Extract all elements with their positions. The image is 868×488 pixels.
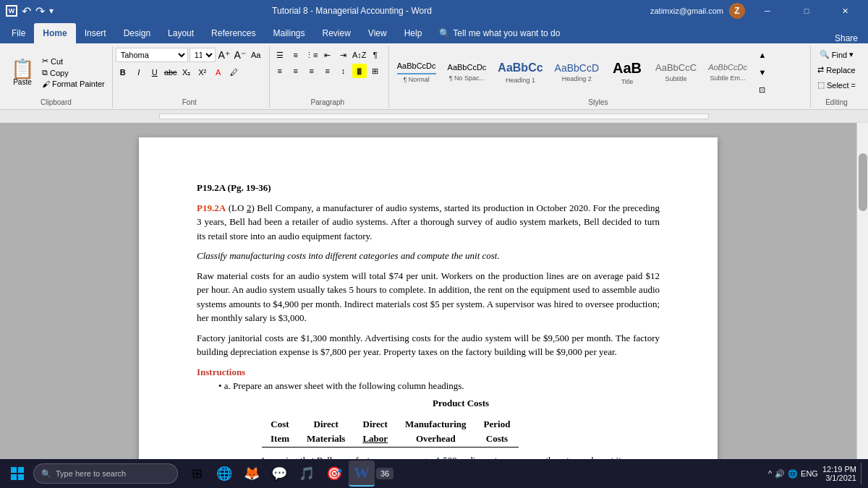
style-no-spacing-preview: AaBbCcDc — [448, 63, 487, 72]
decrease-indent-button[interactable]: ⇤ — [320, 48, 335, 62]
copy-label: Copy — [50, 69, 69, 77]
style-no-spacing[interactable]: AaBbCcDc ¶ No Spac... — [443, 51, 492, 94]
tab-design[interactable]: Design — [115, 23, 159, 43]
restore-button[interactable]: □ — [790, 0, 823, 22]
clear-format-button[interactable]: Aa — [249, 48, 263, 62]
highlight-button[interactable]: 🖊 — [227, 65, 242, 80]
line-spacing-button[interactable]: ↕ — [336, 64, 351, 78]
taskbar-firefox[interactable]: 🦊 — [239, 461, 265, 487]
find-dropdown-icon: ▾ — [849, 50, 854, 59]
scroll-thumb[interactable] — [859, 153, 867, 211]
styles-down-button[interactable]: ▼ — [755, 65, 770, 80]
tray-network[interactable]: 🌐 — [788, 469, 798, 479]
strikethrough-button[interactable]: abc — [163, 65, 178, 80]
bold-button[interactable]: B — [116, 65, 130, 80]
subscript-button[interactable]: X₂ — [179, 65, 194, 80]
superscript-button[interactable]: X² — [195, 65, 210, 80]
find-button[interactable]: 🔍 Find ▾ — [816, 48, 857, 61]
tab-insert[interactable]: Insert — [76, 23, 115, 43]
cut-button[interactable]: ✂ Cut — [41, 56, 106, 67]
style-subtitle[interactable]: AaBbCcC Subtitle — [650, 51, 702, 94]
styles-group: AaBbCcDc ¶ Normal AaBbCcDc ¶ No Spac... … — [389, 46, 811, 108]
minimize-button[interactable]: ─ — [751, 0, 784, 22]
tab-layout[interactable]: Layout — [159, 23, 203, 43]
align-right-button[interactable]: ≡ — [305, 64, 319, 78]
style-heading2-preview: AaBbCcD — [555, 62, 599, 74]
style-heading2[interactable]: AaBbCcD Heading 2 — [550, 51, 604, 94]
styles-label: Styles — [392, 97, 804, 106]
justify-button[interactable]: ≡ — [320, 64, 335, 78]
undo-button[interactable]: ↶ — [22, 4, 31, 18]
document-scroll-area[interactable]: P19.2A (Pg. 19-36) P19.2A (LO 2) Bell Co… — [0, 123, 856, 469]
product-costs-heading: Product Costs — [433, 398, 489, 408]
taskbar-notification[interactable]: 36 — [376, 468, 393, 479]
start-button[interactable] — [4, 461, 30, 487]
taskbar-chrome[interactable]: 🌐 — [211, 461, 237, 487]
taskbar-word[interactable]: W — [349, 461, 375, 487]
tab-review[interactable]: Review — [313, 23, 359, 43]
select-button[interactable]: ⬚ Select = — [814, 78, 859, 92]
align-left-button[interactable]: ≡ — [273, 64, 287, 78]
col-direct-labor: DirectLabor — [354, 416, 396, 448]
italic-button[interactable]: I — [132, 65, 146, 80]
increase-indent-button[interactable]: ⇥ — [336, 48, 351, 62]
copy-button[interactable]: ⧉ Copy — [41, 67, 106, 78]
clock-date: 3/1/2021 — [822, 474, 856, 482]
font-name-select[interactable]: Tahoma — [116, 48, 188, 62]
bullet-a: • a. Prepare an answer sheet with the fo… — [218, 379, 660, 469]
taskbar-app5[interactable]: 🎯 — [321, 461, 347, 487]
search-placeholder: Type here to search — [56, 469, 126, 478]
clipboard-label: Clipboard — [6, 97, 106, 106]
tab-mailings[interactable]: Mailings — [264, 23, 313, 43]
styles-up-button[interactable]: ▲ — [755, 48, 770, 62]
tray-speaker[interactable]: 🔊 — [775, 469, 785, 479]
shading-button[interactable]: ▓ — [352, 64, 367, 78]
increase-font-button[interactable]: A⁺ — [217, 48, 231, 62]
document-page[interactable]: P19.2A (Pg. 19-36) P19.2A (LO 2) Bell Co… — [139, 137, 718, 469]
taskbar-task-view[interactable]: ⊞ — [184, 461, 210, 487]
bullet-a-marker: • — [218, 380, 222, 391]
replace-button[interactable]: ⇄ Replace — [814, 63, 859, 77]
style-title[interactable]: AaB Title — [605, 51, 649, 94]
style-subtitle-label: Subtitle — [665, 75, 687, 82]
tab-file[interactable]: File — [3, 23, 34, 43]
styles-expand-button[interactable]: ⊡ — [755, 82, 770, 97]
close-button[interactable]: ✕ — [829, 0, 862, 22]
tab-tell-me[interactable]: 🔍 Tell me what you want to do — [430, 23, 569, 43]
tab-help[interactable]: Help — [396, 23, 431, 43]
select-icon: ⬚ — [817, 80, 825, 90]
numbering-button[interactable]: ≡ — [289, 48, 303, 62]
format-painter-button[interactable]: 🖌 Format Painter — [41, 79, 106, 89]
format-painter-label: Format Painter — [52, 80, 105, 88]
style-heading1-label: Heading 1 — [506, 77, 535, 84]
font-color-button[interactable]: A — [211, 65, 226, 80]
redo-button[interactable]: ↷ — [35, 4, 45, 18]
show-marks-button[interactable]: ¶ — [368, 48, 383, 62]
underline-button[interactable]: U — [148, 65, 162, 80]
borders-button[interactable]: ⊞ — [368, 64, 383, 78]
tray-arrow[interactable]: ^ — [768, 469, 772, 478]
taskbar-teams[interactable]: 💬 — [266, 461, 292, 487]
share-button[interactable]: Share — [827, 33, 865, 43]
taskbar-spotify[interactable]: 🎵 — [294, 461, 320, 487]
quick-access-dropdown[interactable]: ▾ — [49, 6, 54, 16]
style-normal[interactable]: AaBbCcDc ¶ Normal — [392, 51, 441, 94]
show-desktop[interactable] — [861, 463, 864, 484]
paste-button[interactable]: 📋 Paste — [6, 56, 39, 90]
user-avatar[interactable]: Z — [729, 3, 745, 19]
taskbar-search[interactable]: 🔍 Type here to search — [33, 463, 178, 484]
scrollbar[interactable] — [856, 123, 868, 469]
style-subtle-em[interactable]: AoBbCcDc Subtle Em... — [703, 51, 752, 94]
user-email: zatimxiz@gmail.com — [650, 7, 723, 15]
bullets-button[interactable]: ☰ — [273, 48, 287, 62]
decrease-font-button[interactable]: A⁻ — [233, 48, 247, 62]
sort-button[interactable]: A↕Z — [352, 48, 367, 62]
multilevel-button[interactable]: ⋮≡ — [305, 48, 319, 62]
tab-references[interactable]: References — [203, 23, 264, 43]
clock[interactable]: 12:19 PM 3/1/2021 — [822, 465, 856, 482]
style-heading1[interactable]: AaBbCc Heading 1 — [493, 51, 548, 94]
tab-view[interactable]: View — [359, 23, 396, 43]
tab-home[interactable]: Home — [34, 23, 75, 43]
align-center-button[interactable]: ≡ — [289, 64, 303, 78]
font-size-select[interactable]: 11 — [190, 48, 216, 62]
